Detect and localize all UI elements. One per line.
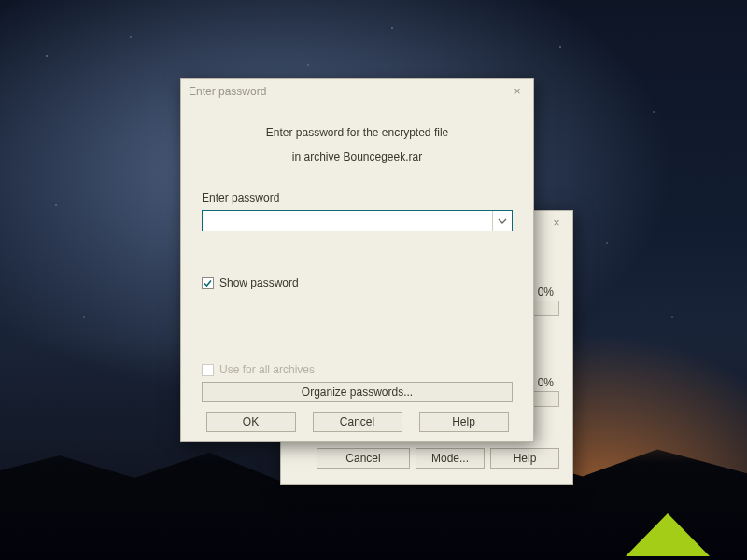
chevron-down-icon[interactable] xyxy=(492,211,512,231)
help-button[interactable]: Help xyxy=(490,448,559,469)
dialog-title: Enter password xyxy=(189,85,266,98)
checkbox-icon xyxy=(202,277,214,289)
ok-button[interactable]: OK xyxy=(206,412,296,432)
show-password-label: Show password xyxy=(219,276,299,289)
password-titlebar[interactable]: Enter password × xyxy=(181,79,533,104)
password-combobox[interactable] xyxy=(202,210,513,231)
use-for-all-archives-checkbox: Use for all archives xyxy=(202,363,513,376)
mode-button[interactable]: Mode... xyxy=(416,448,485,469)
use-for-all-archives-label: Use for all archives xyxy=(219,363,315,376)
enter-password-dialog: Enter password × Enter password for the … xyxy=(180,78,534,442)
prompt-line-1: Enter password for the encrypted file xyxy=(202,126,513,139)
prompt-line-2: in archive Bouncegeek.rar xyxy=(202,150,513,163)
help-button[interactable]: Help xyxy=(419,412,509,432)
cancel-button[interactable]: Cancel xyxy=(317,448,410,469)
show-password-checkbox[interactable]: Show password xyxy=(202,276,513,289)
checkbox-icon xyxy=(202,364,214,376)
close-glyph: × xyxy=(553,217,559,230)
close-icon[interactable]: × xyxy=(501,79,533,104)
password-field-label: Enter password xyxy=(202,191,513,204)
organize-passwords-button[interactable]: Organize passwords... xyxy=(202,382,513,402)
close-glyph: × xyxy=(514,85,520,98)
close-icon[interactable]: × xyxy=(541,211,572,235)
cancel-button[interactable]: Cancel xyxy=(313,412,402,432)
password-input[interactable] xyxy=(202,210,513,231)
desktop-wallpaper: × 0% 0% bg pause Cancel Mode... Help Ent… xyxy=(0,0,747,560)
